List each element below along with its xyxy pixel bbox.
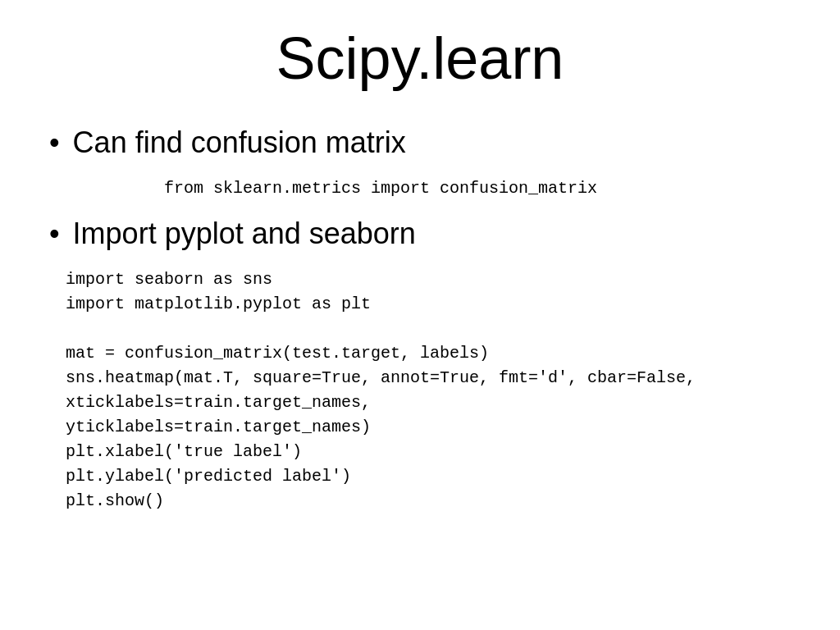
- bullet-item-2: • Import pyplot and seaborn: [49, 216, 791, 251]
- bullet-dot-2: •: [49, 217, 60, 250]
- code-line-1: import seaborn as sns: [66, 267, 791, 292]
- bullet-section-2: • Import pyplot and seaborn import seabo…: [49, 216, 791, 514]
- code-line-10: plt.show(): [66, 489, 791, 514]
- code-line-3: [66, 317, 791, 341]
- code-line-7: yticklabels=train.target_names): [66, 415, 791, 440]
- code-block-2: import seaborn as sns import matplotlib.…: [66, 267, 791, 514]
- code-line-2: import matplotlib.pyplot as plt: [66, 292, 791, 317]
- bullet-text-1: Can find confusion matrix: [73, 125, 406, 160]
- bullet-section-1: • Can find confusion matrix from sklearn…: [49, 125, 791, 201]
- bullet-item-1: • Can find confusion matrix: [49, 125, 791, 160]
- bullet-dot-1: •: [49, 126, 60, 159]
- code-line-4: mat = confusion_matrix(test.target, labe…: [66, 341, 791, 366]
- bullet-text-2: Import pyplot and seaborn: [73, 216, 416, 251]
- code-line-6: xticklabels=train.target_names,: [66, 390, 791, 415]
- page-title: Scipy.learn: [49, 25, 791, 92]
- code-block-1: from sklearn.metrics import confusion_ma…: [164, 176, 791, 201]
- code-line-9: plt.ylabel('predicted label'): [66, 464, 791, 489]
- code-line-8: plt.xlabel('true label'): [66, 440, 791, 464]
- code-line-5: sns.heatmap(mat.T, square=True, annot=Tr…: [66, 366, 791, 390]
